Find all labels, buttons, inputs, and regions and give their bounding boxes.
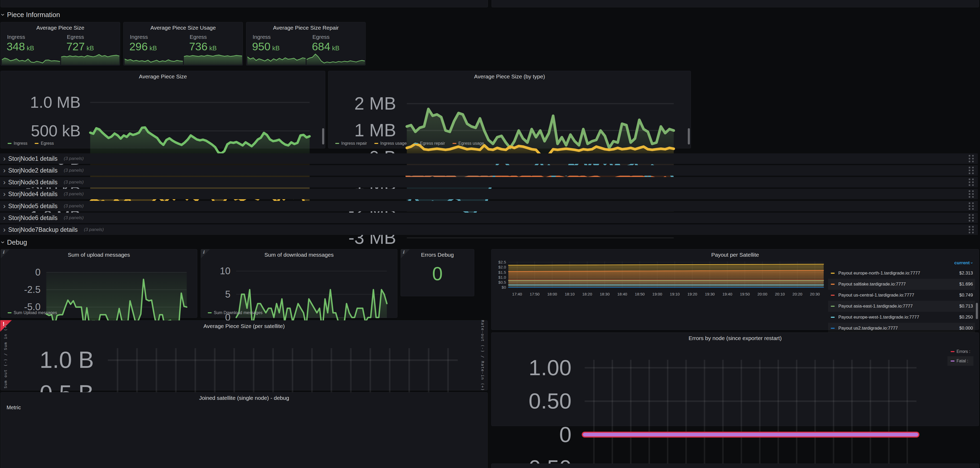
chevron-down-icon: › <box>969 262 974 263</box>
row-storjnode4-details[interactable]: › StorjNode4 details (3 panels) <box>0 189 978 199</box>
panel-title[interactable]: Average Piece Size <box>1 25 120 31</box>
chevron-right-icon: › <box>3 191 5 197</box>
legend-item[interactable]: Fatal : <box>948 356 974 366</box>
panel-average-piece-size-by-type: Average Piece Size (by type) 2 MB1 MB0 B… <box>328 71 691 148</box>
series-color-dash <box>8 143 11 144</box>
row-title: StorjNode1 details <box>8 155 57 162</box>
panel-scrollbar[interactable] <box>322 128 324 144</box>
errors-by-node-chart[interactable]: 1.000.500-0.50-1.0017:4017:5018:0018:101… <box>494 342 934 468</box>
table-column-metric[interactable]: Metric <box>6 405 21 411</box>
ingress-value: 296kB <box>129 41 157 52</box>
legend-row[interactable]: Payout asia-east-1.tardigrade.io:7777$0.… <box>828 301 975 312</box>
stat-panel-average-piece-size-usage: Average Piece Size Usage Ingress Egress … <box>123 22 243 65</box>
series-color-dash <box>951 351 955 352</box>
panel-title[interactable]: Sum of download messages <box>201 252 397 258</box>
svg-text:20:20: 20:20 <box>792 292 802 296</box>
legend-label: Sum Download messages <box>214 311 262 315</box>
drag-handle-icon[interactable] <box>969 214 974 222</box>
ingress-label: Ingress <box>7 34 25 40</box>
panel-title[interactable]: Average Piece Size Repair <box>246 25 365 31</box>
svg-text:$0.5: $0.5 <box>498 280 506 284</box>
row-header-piece-information[interactable]: › Piece Information <box>2 10 60 19</box>
series-color-dash <box>831 317 835 318</box>
row-title: StorjNode7Backup details <box>8 226 78 233</box>
panel-title[interactable]: Joined satellite (single node) - debug <box>1 395 487 401</box>
panel-title[interactable]: Payout per Satellite <box>492 252 979 258</box>
row-title: StorjNode2 details <box>8 167 57 174</box>
drag-handle-icon[interactable] <box>969 226 974 233</box>
svg-text:19:30: 19:30 <box>705 292 715 296</box>
row-storjnode5-details[interactable]: › StorjNode5 details (3 panels) <box>0 201 978 211</box>
left-axis-label: Sum out (-) / Sum in (+) <box>3 322 8 388</box>
panel-scrollbar[interactable] <box>976 303 978 319</box>
panel-title[interactable]: Average Piece Size <box>1 73 325 80</box>
row-storjnode6-details[interactable]: › StorjNode6 details (3 panels) <box>0 213 978 223</box>
egress-value: 727kB <box>66 41 94 52</box>
legend-label: Ingress <box>14 141 27 146</box>
legend-label: Errors : <box>957 349 970 354</box>
drag-handle-icon[interactable] <box>969 179 974 186</box>
panel-errors-debug: i Errors Debug 0 <box>401 249 474 296</box>
svg-text:0.50: 0.50 <box>528 389 571 413</box>
legend-item[interactable]: Egress <box>35 141 54 146</box>
panel-title[interactable]: Average Piece Size (per satellite) <box>1 323 487 329</box>
row-panel-count: (3 panels) <box>64 168 84 173</box>
row-title: StorjNode5 details <box>8 203 57 210</box>
panel-title[interactable]: Errors Debug <box>401 252 474 258</box>
series-color-dash <box>35 143 38 144</box>
payout-chart[interactable]: $2.5$2.0$1.5$1.0$0.5$017:4017:5018:0018:… <box>494 258 827 298</box>
svg-text:19:00: 19:00 <box>652 292 662 296</box>
series-color-dash <box>208 312 212 313</box>
svg-text:18:50: 18:50 <box>635 292 645 296</box>
ingress-value: 348kB <box>6 41 34 52</box>
row-storjnode1-details[interactable]: › StorjNode1 details (3 panels) <box>0 153 978 164</box>
legend-row[interactable]: Payout europe-west-1.tardigrade.io:7777$… <box>828 312 975 323</box>
svg-text:18:20: 18:20 <box>582 292 592 296</box>
drag-handle-icon[interactable] <box>969 202 974 210</box>
svg-text:$2.5: $2.5 <box>498 260 506 264</box>
row-panel-count: (3 panels) <box>64 156 84 161</box>
panel-title[interactable]: Errors by node (since exporter restart) <box>492 335 979 341</box>
panel-payout-per-satellite: Payout per Satellite $2.5$2.0$1.5$1.0$0.… <box>491 249 979 330</box>
legend-item[interactable]: Ingress usage <box>374 141 407 146</box>
svg-text:10: 10 <box>220 266 231 276</box>
legend-item[interactable]: Ingress <box>8 141 27 146</box>
panel-title[interactable]: Sum of upload messages <box>1 252 197 258</box>
svg-text:19:40: 19:40 <box>722 292 732 296</box>
legend-sort-current[interactable]: current› <box>828 259 975 268</box>
legend-row[interactable]: Payout europe-north-1.tardigrade.io:7777… <box>828 268 975 279</box>
drag-handle-icon[interactable] <box>969 155 974 162</box>
panel-title[interactable]: Average Piece Size Usage <box>124 25 243 31</box>
row-panel-count: (3 panels) <box>64 215 84 221</box>
drag-handle-icon[interactable] <box>969 190 974 198</box>
legend-row[interactable]: Payout saltlake.tardigrade.io:7777$1.696 <box>828 279 975 290</box>
svg-text:$1.5: $1.5 <box>498 270 506 274</box>
egress-label: Egress <box>312 34 329 40</box>
legend-label: Ingress usage <box>380 141 407 146</box>
panel-average-piece-size-chart: Average Piece Size 1.0 MB500 kB0 B-500 k… <box>0 71 325 148</box>
row-storjnode2-details[interactable]: › StorjNode2 details (3 panels) <box>0 165 978 176</box>
payout-legend-table: current› Payout europe-north-1.tardigrad… <box>828 259 975 334</box>
chevron-down-icon: › <box>0 14 6 16</box>
legend-item[interactable]: Egress repair <box>414 141 445 146</box>
panel-sum-download-messages: i Sum of download messages 1050-5 Sum Do… <box>200 249 398 318</box>
panel-scrollbar[interactable] <box>688 128 690 144</box>
legend-item[interactable]: Sum Upload messages <box>8 311 57 315</box>
legend-item[interactable]: Egress usage <box>452 141 484 146</box>
ingress-label: Ingress <box>130 34 148 40</box>
legend-row[interactable]: Payout us-central-1.tardigrade.io:7777$0… <box>828 290 975 301</box>
panel-title[interactable]: Average Piece Size (by type) <box>328 73 690 80</box>
row-storjnode7backup-details[interactable]: › StorjNode7Backup details (3 panels) <box>0 224 978 235</box>
svg-text:2 MB: 2 MB <box>355 94 396 113</box>
row-header-debug[interactable]: › Debug <box>2 238 27 247</box>
legend-item[interactable]: Ingress repair <box>335 141 367 146</box>
drag-handle-icon[interactable] <box>969 167 974 174</box>
legend-item[interactable]: Sum Download messages <box>208 311 262 315</box>
legend-row[interactable]: Payout us2.tardigrade.io:7777$0.000 <box>828 323 975 334</box>
panel-average-piece-size-per-satellite: ! Average Piece Size (per satellite) Sum… <box>0 320 488 390</box>
svg-text:19:10: 19:10 <box>670 292 680 296</box>
legend-item[interactable]: Errors : <box>948 347 974 356</box>
legend-label: Egress usage <box>458 141 484 146</box>
svg-text:$0: $0 <box>501 285 506 289</box>
row-storjnode3-details[interactable]: › StorjNode3 details (3 panels) <box>0 177 978 187</box>
